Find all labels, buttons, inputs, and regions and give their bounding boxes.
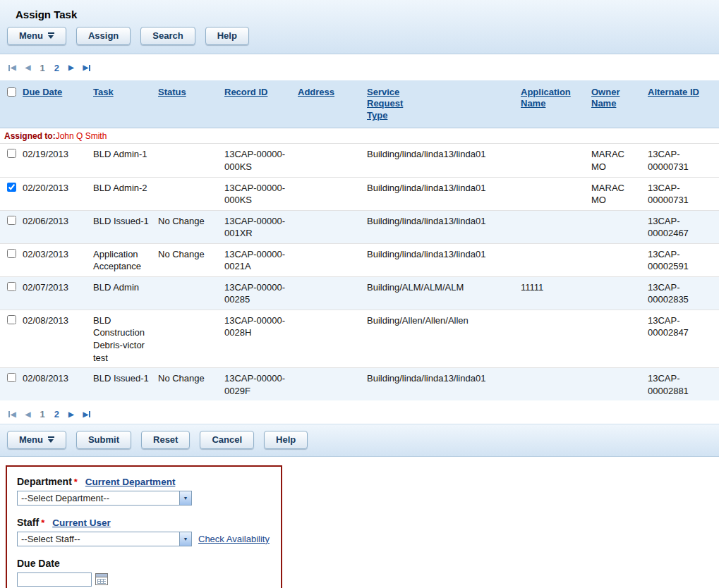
- column-header-service-request-type[interactable]: Service Request Type: [367, 87, 411, 123]
- row-checkbox-cell: [0, 368, 18, 401]
- select-all-cell: [0, 80, 18, 128]
- cell-record-id: 13CAP-00000-001XR: [220, 210, 294, 243]
- row-checkbox[interactable]: [7, 216, 16, 225]
- assign-button[interactable]: Assign: [76, 27, 131, 45]
- reset-button[interactable]: Reset: [141, 431, 190, 449]
- cell-alternate-id: 13CAP-00002467: [644, 210, 719, 243]
- first-page-icon[interactable]: ◀: [8, 64, 16, 71]
- dropdown-arrow-icon: ▼: [179, 532, 191, 546]
- row-checkbox-cell: [0, 144, 18, 177]
- page-number-current: 1: [40, 409, 44, 419]
- cell-application-name: 11111: [516, 276, 587, 310]
- prev-page-icon[interactable]: ◀: [25, 64, 31, 71]
- department-label-row: Department * Current Department: [17, 476, 271, 487]
- help-button[interactable]: Help: [264, 431, 308, 449]
- next-page-icon[interactable]: ▶: [68, 64, 74, 71]
- column-header-task[interactable]: Task: [93, 87, 114, 99]
- column-header-owner-name[interactable]: Owner Name: [591, 87, 628, 111]
- row-checkbox[interactable]: [7, 249, 16, 258]
- task-table: Due Date Task Status Record ID Address S…: [0, 80, 719, 401]
- column-header-record-id[interactable]: Record ID: [224, 87, 267, 99]
- assigned-to-value: John Q Smith: [56, 131, 107, 141]
- bottom-button-row: Menu Submit Reset Cancel Help: [0, 431, 719, 449]
- menu-button[interactable]: Menu: [7, 431, 66, 449]
- cell-alternate-id: 13CAP-00002881: [644, 368, 719, 401]
- row-checkbox-cell: [0, 177, 18, 210]
- column-header-alternate-id[interactable]: Alternate ID: [648, 87, 699, 99]
- cell-status: [154, 310, 220, 367]
- cell-record-id: 13CAP-00000-000KS: [220, 144, 294, 177]
- cell-service-request-type: Building/ALM/ALM/ALM: [363, 276, 516, 310]
- search-button[interactable]: Search: [140, 27, 195, 45]
- cell-alternate-id: 13CAP-00002591: [644, 243, 719, 276]
- column-header-due-date[interactable]: Due Date: [23, 87, 62, 99]
- staff-control-row: --Select Staff-- ▼ Check Availability: [17, 532, 271, 546]
- cancel-button[interactable]: Cancel: [200, 431, 254, 449]
- pagination-top: ◀ ◀ 1 2 ▶ ▶: [0, 54, 719, 78]
- last-page-icon[interactable]: ▶: [83, 411, 91, 418]
- cell-due-date: 02/06/2013: [18, 210, 89, 243]
- cell-alternate-id: 13CAP-00000731: [644, 144, 719, 177]
- table-row: 02/06/2013BLD Issued-1No Change13CAP-000…: [0, 210, 719, 243]
- page-number-2-link[interactable]: 2: [54, 409, 59, 419]
- cell-address: [294, 210, 363, 243]
- grid-body: Assigned to:John Q Smith 02/19/2013BLD A…: [0, 128, 719, 400]
- cell-address: [294, 276, 363, 310]
- cell-owner-name: [587, 368, 644, 401]
- current-department-link[interactable]: Current Department: [85, 477, 176, 487]
- staff-select-value: --Select Staff--: [21, 534, 80, 544]
- cell-task: Application Acceptance: [89, 243, 154, 276]
- calendar-icon[interactable]: [95, 573, 108, 585]
- due-date-label: Due Date: [17, 558, 60, 569]
- help-button[interactable]: Help: [205, 27, 249, 45]
- column-header-address[interactable]: Address: [298, 87, 334, 99]
- next-page-icon[interactable]: ▶: [68, 411, 74, 418]
- column-header-application-name[interactable]: Application Name: [521, 87, 580, 111]
- menu-button[interactable]: Menu: [7, 27, 66, 45]
- first-page-icon[interactable]: ◀: [8, 411, 16, 418]
- row-checkbox[interactable]: [7, 373, 16, 382]
- table-row: 02/08/2013BLD Construction Debris-victor…: [0, 310, 719, 367]
- column-header-status[interactable]: Status: [158, 87, 186, 99]
- table-row: 02/08/2013BLD Issued-1No Change13CAP-000…: [0, 368, 719, 401]
- table-row: 02/03/2013Application AcceptanceNo Chang…: [0, 243, 719, 276]
- cell-owner-name: [587, 276, 644, 310]
- row-checkbox[interactable]: [7, 149, 16, 158]
- cell-record-id: 13CAP-00000-0028H: [220, 310, 294, 367]
- due-date-input[interactable]: [17, 572, 92, 587]
- cell-due-date: 02/19/2013: [18, 144, 89, 177]
- cell-record-id: 13CAP-00000-0029F: [220, 368, 294, 401]
- current-user-link[interactable]: Current User: [52, 517, 111, 528]
- prev-page-icon[interactable]: ◀: [25, 411, 31, 418]
- group-header-row: Assigned to:John Q Smith: [0, 128, 719, 144]
- staff-required-asterisk: *: [41, 517, 44, 528]
- cell-application-name: [516, 177, 587, 210]
- department-select[interactable]: --Select Department-- ▼: [17, 491, 192, 506]
- cell-application-name: [516, 310, 587, 367]
- check-availability-link[interactable]: Check Availability: [198, 534, 270, 544]
- cell-due-date: 02/03/2013: [18, 243, 89, 276]
- row-checkbox[interactable]: [7, 315, 16, 324]
- cell-application-name: [516, 144, 587, 177]
- staff-select[interactable]: --Select Staff-- ▼: [17, 532, 192, 546]
- menu-caret-icon: [48, 436, 54, 443]
- department-required-asterisk: *: [74, 477, 78, 487]
- cell-task: BLD Admin-1: [89, 144, 154, 177]
- dropdown-arrow-icon: ▼: [179, 491, 191, 505]
- cell-service-request-type: Building/Allen/Allen/Allen: [363, 310, 516, 367]
- cell-address: [294, 368, 363, 401]
- cell-application-name: [516, 243, 587, 276]
- table-row: 02/19/2013BLD Admin-113CAP-00000-000KSBu…: [0, 144, 719, 177]
- select-all-checkbox[interactable]: [7, 87, 16, 97]
- cell-service-request-type: Building/linda/linda13/linda01: [363, 144, 516, 177]
- row-checkbox-cell: [0, 276, 18, 310]
- last-page-icon[interactable]: ▶: [83, 64, 91, 71]
- cell-owner-name: MARAC MO: [587, 177, 644, 210]
- row-checkbox[interactable]: [7, 183, 16, 192]
- assign-form: Department * Current Department --Select…: [6, 465, 282, 588]
- cell-alternate-id: 13CAP-00000731: [644, 177, 719, 210]
- submit-button[interactable]: Submit: [76, 431, 131, 449]
- row-checkbox[interactable]: [7, 282, 16, 291]
- page-number-2-link[interactable]: 2: [54, 63, 59, 73]
- department-label: Department: [17, 476, 72, 487]
